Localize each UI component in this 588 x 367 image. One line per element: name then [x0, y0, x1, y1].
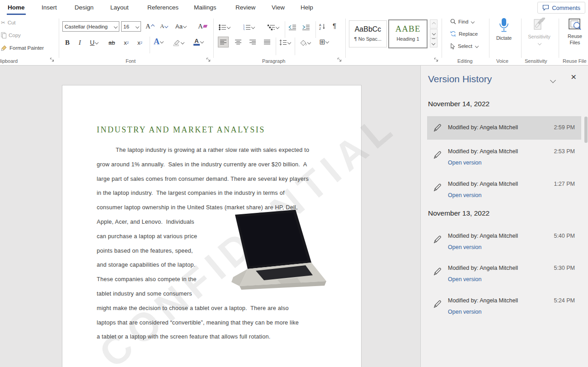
date-header: November 14, 2022	[428, 100, 489, 108]
styles-dialog-launcher[interactable]	[434, 57, 439, 63]
find-button[interactable]: Find	[450, 19, 474, 24]
editing-group-label: Editing	[457, 58, 473, 64]
align-right-button[interactable]	[247, 37, 258, 47]
cursor-icon	[450, 43, 456, 49]
pencil-icon	[433, 150, 442, 160]
bullets-button[interactable]	[219, 22, 230, 32]
svg-text:3: 3	[243, 28, 245, 30]
pencil-icon	[433, 235, 442, 245]
open-version-link[interactable]: Open version	[448, 276, 481, 282]
tab-help[interactable]: Help	[300, 0, 314, 15]
ribbon-tab-row: Home Insert Design Layout References Mai…	[0, 0, 588, 15]
reuse-files-button[interactable]: ReuseFiles	[563, 18, 587, 46]
decrease-indent-button[interactable]	[288, 22, 296, 32]
clipboard-group-label: lipboard	[0, 58, 18, 64]
open-version-link[interactable]: Open version	[448, 309, 481, 315]
tab-design[interactable]: Design	[74, 0, 94, 15]
shading-button[interactable]	[299, 38, 310, 47]
panel-options-chevron-icon[interactable]	[550, 77, 556, 83]
text-highlight-button[interactable]	[173, 38, 184, 47]
underline-button[interactable]: U	[90, 38, 98, 47]
multilevel-list-button[interactable]	[268, 22, 279, 32]
align-center-button[interactable]	[233, 37, 244, 47]
style-preview: AABE	[389, 24, 427, 34]
doc-line: in the laptop industry. The largest comp…	[97, 186, 309, 201]
tab-layout[interactable]: Layout	[109, 0, 130, 15]
align-left-button[interactable]	[218, 37, 229, 47]
bold-button[interactable]: B	[65, 38, 70, 47]
version-entry[interactable]: Modified by: Angela Mitchell 2:53 PM Ope…	[427, 145, 581, 176]
version-entry[interactable]: Modified by: Angela Mitchell 5:30 PM Ope…	[427, 262, 581, 292]
subscript-button[interactable]: x2	[124, 38, 129, 47]
copy-button[interactable]: Copy	[1, 32, 21, 38]
show-formatting-marks-button[interactable]: ¶	[333, 20, 336, 30]
replace-button[interactable]: bc Replace	[450, 31, 478, 37]
tab-mailings[interactable]: Mailings	[193, 0, 217, 15]
styles-scroll-down-button[interactable]	[430, 29, 437, 38]
tab-references[interactable]: References	[146, 0, 179, 15]
microphone-icon	[498, 18, 510, 33]
tab-home[interactable]: Home	[7, 0, 26, 15]
version-entry[interactable]: Modified by: Angela Mitchell 5:40 PM Ope…	[427, 230, 581, 260]
format-painter-button[interactable]: Format Painter	[1, 45, 44, 51]
panel-title: Version History	[428, 74, 492, 85]
version-time: 2:59 PM	[554, 124, 575, 131]
sensitivity-button[interactable]: Sensitivity	[524, 18, 554, 47]
select-button[interactable]: Select	[450, 43, 478, 49]
laptop-image[interactable]	[220, 208, 327, 298]
tab-insert[interactable]: Insert	[41, 0, 58, 15]
cut-button[interactable]: ✂ Cut	[1, 19, 16, 26]
tab-review[interactable]: Review	[235, 0, 256, 15]
style-preview: AaBbCc	[349, 25, 386, 33]
format-painter-icon	[1, 45, 7, 51]
change-case-button[interactable]: Aa	[175, 21, 186, 31]
style-label: ¶ No Spac...	[349, 36, 386, 42]
doc-line: laptops that are considered “convertible…	[97, 316, 309, 330]
svg-text:A: A	[319, 24, 321, 27]
style-label: Heading 1	[389, 36, 427, 42]
justify-button[interactable]	[262, 37, 273, 47]
pencil-icon	[433, 299, 442, 309]
panel-scrollbar-thumb[interactable]	[584, 117, 588, 143]
version-entry[interactable]: Modified by: Angela Mitchell 1:27 PM Ope…	[427, 178, 581, 208]
comments-button[interactable]: Comments	[537, 2, 585, 14]
styles-more-button[interactable]	[430, 38, 437, 47]
document-heading: INDUSTRY AND MARKET ANALYSIS	[97, 125, 265, 135]
font-size-select[interactable]: 16	[121, 21, 141, 32]
borders-button[interactable]: ⊞	[319, 37, 329, 47]
open-version-link[interactable]: Open version	[448, 160, 481, 166]
style-card-no-spacing[interactable]: AaBbCc ¶ No Spac...	[349, 20, 387, 47]
open-version-link[interactable]: Open version	[448, 244, 481, 250]
open-version-link[interactable]: Open version	[448, 192, 481, 198]
font-color-button[interactable]: A	[193, 37, 203, 47]
doc-line: a tablet or a laptop with the screen fea…	[97, 330, 309, 344]
dictate-button[interactable]: Dictate	[493, 18, 515, 41]
version-history-panel: Version History × November 14, 2022 Modi…	[420, 66, 588, 367]
style-card-heading1[interactable]: AABE Heading 1	[388, 19, 428, 48]
font-dialog-launcher[interactable]	[206, 57, 212, 63]
clipboard-dialog-launcher[interactable]	[50, 57, 55, 63]
version-entry-selected[interactable]: Modified by: Angela Mitchell 2:59 PM	[427, 116, 581, 140]
eraser-icon	[203, 25, 207, 28]
shrink-font-button[interactable]: A	[160, 21, 168, 31]
version-time: 1:27 PM	[554, 181, 575, 187]
line-spacing-button[interactable]	[279, 38, 291, 47]
text-effects-button[interactable]: A	[154, 37, 163, 47]
styles-scroll-up-button[interactable]	[430, 19, 437, 28]
paragraph-dialog-launcher[interactable]	[337, 57, 343, 63]
version-entry[interactable]: Modified by: Angela Mitchell 5:24 PM Ope…	[427, 294, 581, 325]
increase-indent-button[interactable]	[302, 22, 310, 32]
panel-close-icon[interactable]: ×	[571, 72, 576, 81]
doc-line: grow around 1% annually. Sales in the in…	[97, 158, 309, 172]
document-page[interactable]: CONFIDENTIAL INDUSTRY AND MARKET ANALYSI…	[62, 85, 362, 367]
numbering-button[interactable]: 123	[243, 22, 254, 32]
tab-view[interactable]: View	[271, 0, 286, 15]
strikethrough-button[interactable]: ab	[108, 38, 115, 47]
clear-formatting-button[interactable]: A	[198, 21, 207, 31]
italic-button[interactable]: I	[79, 38, 81, 47]
sort-button[interactable]: AZ	[319, 21, 326, 31]
font-name-select[interactable]: Castellar (Heading	[62, 21, 119, 32]
grow-font-button[interactable]: A	[146, 21, 154, 31]
superscript-button[interactable]: x2	[137, 38, 142, 47]
svg-text:Z: Z	[319, 27, 321, 30]
